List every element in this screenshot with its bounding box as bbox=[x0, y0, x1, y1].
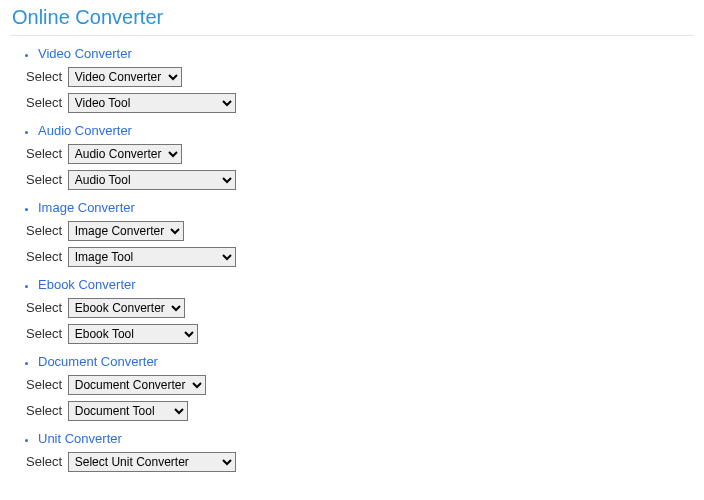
list-item: Image Converter Select Image Converter S… bbox=[38, 200, 694, 267]
list-item: Video Converter Select Video Converter S… bbox=[38, 46, 694, 113]
select-row: Select Audio Converter bbox=[26, 144, 694, 164]
select-label: Select bbox=[26, 146, 62, 161]
select-label: Select bbox=[26, 454, 62, 469]
select-row: Select Image Tool bbox=[26, 247, 694, 267]
list-item: Document Converter Select Document Conve… bbox=[38, 354, 694, 421]
list-item: Audio Converter Select Audio Converter S… bbox=[38, 123, 694, 190]
ebook-converter-link[interactable]: Ebook Converter bbox=[38, 277, 136, 292]
document-converter-link[interactable]: Document Converter bbox=[38, 354, 158, 369]
select-row: Select Document Converter bbox=[26, 375, 694, 395]
select-label: Select bbox=[26, 223, 62, 238]
select-row: Select Select Unit Converter bbox=[26, 452, 694, 472]
image-converter-link[interactable]: Image Converter bbox=[38, 200, 135, 215]
select-row: Select Ebook Converter bbox=[26, 298, 694, 318]
list-item: Ebook Converter Select Ebook Converter S… bbox=[38, 277, 694, 344]
audio-converter-link[interactable]: Audio Converter bbox=[38, 123, 132, 138]
image-tool-select[interactable]: Image Tool bbox=[68, 247, 236, 267]
video-tool-select[interactable]: Video Tool bbox=[68, 93, 236, 113]
select-label: Select bbox=[26, 377, 62, 392]
select-label: Select bbox=[26, 69, 62, 84]
select-row: Select Video Converter bbox=[26, 67, 694, 87]
select-row: Select Audio Tool bbox=[26, 170, 694, 190]
select-row: Select Video Tool bbox=[26, 93, 694, 113]
ebook-tool-select[interactable]: Ebook Tool bbox=[68, 324, 198, 344]
divider bbox=[10, 35, 694, 36]
ebook-converter-select[interactable]: Ebook Converter bbox=[68, 298, 185, 318]
select-row: Select Image Converter bbox=[26, 221, 694, 241]
document-converter-select[interactable]: Document Converter bbox=[68, 375, 206, 395]
unit-converter-select[interactable]: Select Unit Converter bbox=[68, 452, 236, 472]
select-label: Select bbox=[26, 172, 62, 187]
select-row: Select Document Tool bbox=[26, 401, 694, 421]
page-title: Online Converter bbox=[12, 6, 694, 29]
image-converter-select[interactable]: Image Converter bbox=[68, 221, 184, 241]
select-row: Select Ebook Tool bbox=[26, 324, 694, 344]
video-converter-link[interactable]: Video Converter bbox=[38, 46, 132, 61]
select-label: Select bbox=[26, 326, 62, 341]
select-label: Select bbox=[26, 95, 62, 110]
list-item: Unit Converter Select Select Unit Conver… bbox=[38, 431, 694, 472]
document-tool-select[interactable]: Document Tool bbox=[68, 401, 188, 421]
video-converter-select[interactable]: Video Converter bbox=[68, 67, 182, 87]
audio-converter-select[interactable]: Audio Converter bbox=[68, 144, 182, 164]
select-label: Select bbox=[26, 249, 62, 264]
unit-converter-link[interactable]: Unit Converter bbox=[38, 431, 122, 446]
audio-tool-select[interactable]: Audio Tool bbox=[68, 170, 236, 190]
select-label: Select bbox=[26, 300, 62, 315]
select-label: Select bbox=[26, 403, 62, 418]
converter-list: Video Converter Select Video Converter S… bbox=[10, 46, 694, 472]
